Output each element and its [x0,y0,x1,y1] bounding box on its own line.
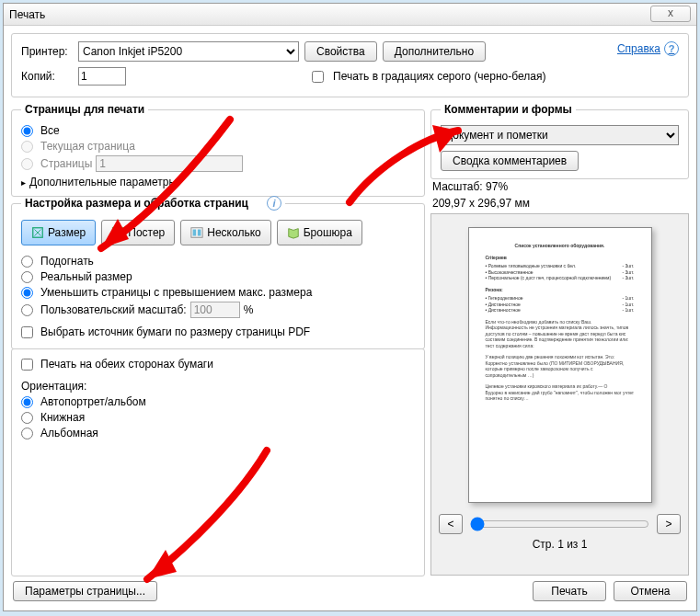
scale-readout: Масштаб: 97% [432,180,689,193]
custom-scale-label: Пользовательский масштаб: [40,303,187,316]
page-preview: Список установленного оборудования. Crit… [468,227,652,503]
pages-range-input [96,155,243,172]
pages-range-radio [21,158,33,170]
size-legend: Настройка размера и обработка страниц i [21,196,285,211]
grayscale-label: Печать в градациях серого (черно-белая) [333,70,545,83]
booklet-icon [287,226,300,239]
pages-current-radio [21,141,33,153]
actual-radio[interactable] [21,271,33,283]
duplex-orientation-group: Печать на обеих сторонах бумаги Ориентац… [11,348,425,576]
chevron-right-icon: ▸ [21,177,26,188]
svg-rect-6 [193,230,197,236]
comments-legend: Комментарии и формы [441,103,576,116]
comments-select[interactable]: Документ и пометки [441,125,679,145]
printer-select[interactable]: Canon Inkjet iP5200 [78,41,299,62]
grayscale-checkbox[interactable] [312,71,324,83]
orientation-label: Ориентация: [21,380,415,393]
page-indicator: Стр. 1 из 1 [439,538,681,551]
print-dialog: Печать x Справка ? Принтер: Canon Inkjet… [3,3,697,611]
advanced-button[interactable]: Дополнительно [383,41,486,62]
orientation-auto-label: Автопортрет/альбом [40,395,146,408]
orientation-portrait-radio[interactable] [21,412,33,424]
page-setup-button[interactable]: Параметры страницы... [13,581,157,601]
pages-current-label: Текущая страница [40,140,135,153]
more-params-toggle[interactable]: ▸ Дополнительные параметры [21,176,415,188]
comments-summary-button[interactable]: Сводка комментариев [441,151,579,171]
orientation-auto-radio[interactable] [21,396,33,408]
multiple-icon [190,226,203,239]
pages-all-label: Все [40,124,60,137]
pages-range-label: Страницы [40,157,92,170]
fit-radio[interactable] [21,256,33,268]
help-icon: ? [664,41,679,56]
shrink-radio[interactable] [21,287,33,299]
tab-size[interactable]: Размер [21,220,96,245]
preview-slider[interactable] [470,517,649,531]
paper-source-checkbox[interactable] [21,326,33,338]
size-handling-group: Настройка размера и обработка страниц i … [11,196,425,349]
svg-rect-3 [112,234,117,238]
svg-rect-7 [198,230,201,236]
tab-booklet[interactable]: Брошюра [277,220,362,245]
orientation-landscape-label: Альбомная [40,427,98,439]
duplex-checkbox[interactable] [21,359,33,371]
shrink-label: Уменьшить страницы с превышением макс. р… [40,286,312,299]
orientation-portrait-label: Книжная [40,411,85,424]
preview-prev-button[interactable]: < [439,514,463,534]
fit-label: Подогнать [40,255,94,268]
pages-legend: Страницы для печати [21,103,148,116]
custom-scale-input [190,302,240,318]
svg-rect-2 [119,227,123,232]
duplex-label: Печать на обеих сторонах бумаги [40,358,213,371]
properties-button[interactable]: Свойства [304,41,377,62]
paper-dims: 209,97 x 296,97 мм [432,197,689,210]
copies-label: Копий: [21,70,73,83]
cancel-button[interactable]: Отмена [614,581,687,601]
copies-input[interactable] [78,67,126,86]
window-title: Печать [9,8,45,21]
printer-label: Принтер: [21,45,73,58]
print-button[interactable]: Печать [533,581,606,601]
dialog-content: Справка ? Принтер: Canon Inkjet iP5200 С… [4,26,696,610]
pages-group: Страницы для печати Все Текущая страница… [11,103,425,197]
svg-rect-1 [112,227,117,232]
more-params-label: Дополнительные параметры [29,176,177,188]
window-close-button[interactable]: x [650,6,691,22]
paper-source-label: Выбрать источник бумаги по размеру стран… [40,325,310,338]
help-link-label: Справка [617,42,660,55]
help-link[interactable]: Справка ? [617,41,679,56]
custom-scale-unit: % [244,303,254,316]
comments-group: Комментарии и формы Документ и пометки С… [430,103,689,179]
tab-multiple[interactable]: Несколько [180,220,270,245]
preview-frame: Список установленного оборудования. Crit… [430,213,689,576]
poster-icon [111,226,124,239]
custom-scale-radio[interactable] [21,304,33,316]
orientation-landscape-radio[interactable] [21,428,33,439]
svg-rect-4 [119,234,123,238]
size-icon [31,226,44,239]
tab-poster[interactable]: Постер [101,220,175,245]
preview-next-button[interactable]: > [657,514,681,534]
pages-all-radio[interactable] [21,125,33,137]
actual-label: Реальный размер [40,270,132,283]
titlebar: Печать x [4,4,696,26]
printer-panel: Справка ? Принтер: Canon Inkjet iP5200 С… [11,33,689,97]
info-icon[interactable]: i [267,196,281,211]
